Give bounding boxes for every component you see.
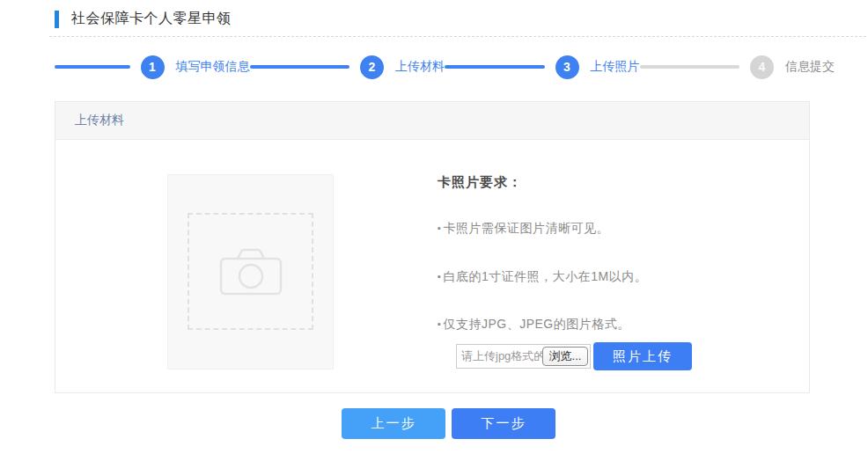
page-header: 社会保障卡个人零星申领 — [55, 10, 232, 28]
file-input[interactable]: 请上传jpg格式的 浏览... — [456, 344, 591, 369]
step-upload-photo: 3 上传照片 — [445, 55, 640, 79]
step-label: 信息提交 — [785, 59, 835, 75]
step-number-badge: 1 — [141, 55, 165, 79]
requirement-item: ▪仅支持JPG、JPEG的图片格式。 — [438, 317, 630, 333]
step-connector-line — [640, 65, 740, 69]
step-label: 上传照片 — [591, 59, 640, 75]
step-submit-info: 4 信息提交 — [640, 55, 835, 79]
bullet-icon: ▪ — [438, 318, 441, 329]
step-label: 上传材料 — [395, 59, 445, 75]
panel-header: 上传材料 — [55, 102, 809, 140]
step-label: 填写申领信息 — [176, 59, 250, 75]
requirements-heading: 卡照片要求： — [438, 174, 522, 191]
requirement-text: 仅支持JPG、JPEG的图片格式。 — [443, 317, 629, 331]
browse-button[interactable]: 浏览... — [542, 347, 588, 366]
step-upload-materials: 2 上传材料 — [250, 55, 445, 79]
requirement-item: ▪白底的1寸证件照，大小在1M以内。 — [438, 269, 647, 285]
requirement-text: 卡照片需保证图片清晰可见。 — [443, 221, 609, 235]
photo-preview-box[interactable] — [167, 174, 334, 370]
upload-panel: 上传材料 卡照片要求： ▪卡照片需保证图片清晰可见。 ▪白底的1寸证件照，大小在… — [55, 101, 810, 393]
step-number-badge: 4 — [750, 55, 774, 79]
file-input-value: 请上传jpg格式的 — [461, 348, 542, 364]
step-number-badge: 3 — [555, 55, 579, 79]
step-connector-line — [250, 65, 350, 69]
step-number-badge: 2 — [360, 55, 384, 79]
step-fill-info: 1 填写申领信息 — [55, 55, 250, 79]
step-connector-line — [55, 65, 130, 69]
photo-upload-button[interactable]: 照片上传 — [593, 342, 692, 370]
bullet-icon: ▪ — [438, 223, 441, 233]
next-step-button[interactable]: 下一步 — [452, 408, 555, 439]
requirement-item: ▪卡照片需保证图片清晰可见。 — [438, 221, 609, 237]
bullet-icon: ▪ — [438, 271, 441, 282]
page-title: 社会保障卡个人零星申领 — [71, 10, 232, 28]
title-accent-bar — [55, 11, 59, 28]
header-divider — [49, 36, 866, 37]
requirement-text: 白底的1寸证件照，大小在1M以内。 — [443, 269, 647, 283]
step-connector-line — [445, 65, 545, 69]
camera-icon — [218, 247, 283, 296]
panel-body: 卡照片要求： ▪卡照片需保证图片清晰可见。 ▪白底的1寸证件照，大小在1M以内。… — [55, 140, 809, 392]
progress-stepper: 1 填写申领信息 2 上传材料 3 上传照片 4 信息提交 — [55, 53, 835, 81]
photo-dropzone[interactable] — [188, 213, 313, 330]
panel-header-title: 上传材料 — [75, 113, 124, 128]
previous-step-button[interactable]: 上一步 — [342, 408, 445, 439]
